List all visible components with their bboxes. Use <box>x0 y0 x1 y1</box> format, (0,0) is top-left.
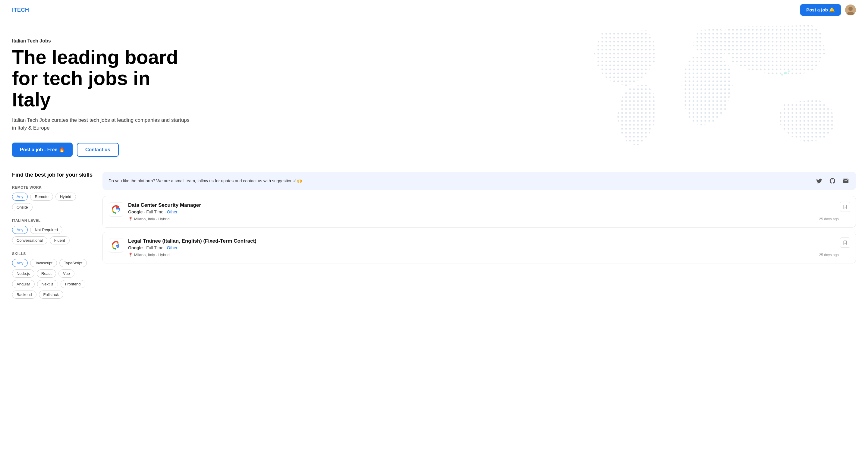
sidebar: Find the best job for your skills REMOTE… <box>12 169 102 306</box>
job-category: Other <box>167 210 178 214</box>
job-location-text: Milano, Italy · Hybrid <box>134 253 170 257</box>
svg-rect-15 <box>775 98 838 146</box>
skill-frontend[interactable]: Frontend <box>61 280 85 288</box>
remote-work-filter: REMOTE WORK Any Remote Hybrid Onsite <box>12 185 93 211</box>
skill-vue[interactable]: Vue <box>59 270 74 278</box>
post-job-free-button[interactable]: Post a job - Free 🔥 <box>12 142 73 157</box>
company-logo <box>109 202 123 217</box>
job-title: Legal Trainee (Italian, English) (Fixed-… <box>128 238 849 244</box>
job-info: Data Center Security Manager Google · Fu… <box>128 202 849 221</box>
banner-text: Do you like the platform? We are a small… <box>108 179 811 183</box>
hero-description: Italian Tech Jobs curates the best tech … <box>12 116 193 132</box>
job-company: Google <box>128 210 143 214</box>
company-logo <box>109 238 123 253</box>
skill-fullstack[interactable]: Fullstack <box>39 290 63 299</box>
skill-angular[interactable]: Angular <box>12 280 35 288</box>
svg-rect-11 <box>614 83 663 149</box>
platform-banner: Do you like the platform? We are a small… <box>102 172 856 190</box>
job-title: Data Center Security Manager <box>128 202 849 208</box>
job-location-text: Milano, Italy · Hybrid <box>134 217 170 221</box>
banner-social-icons <box>815 177 850 185</box>
skills-label: SKILLS <box>12 252 93 256</box>
location-pin-icon: 📍 <box>128 253 133 257</box>
italian-conversational[interactable]: Conversational <box>12 236 47 245</box>
github-icon[interactable] <box>828 177 837 185</box>
job-location: 📍 Milano, Italy · Hybrid <box>128 217 849 221</box>
avatar[interactable] <box>845 4 856 15</box>
bookmark-button[interactable] <box>840 238 850 248</box>
svg-rect-14 <box>719 24 825 80</box>
navbar: ITECH Post a job 🔔 <box>0 0 868 20</box>
job-time-ago: 25 days ago <box>819 253 839 257</box>
skill-nodejs[interactable]: Node.js <box>12 270 34 278</box>
italian-not-required[interactable]: Not Required <box>30 226 62 234</box>
logo[interactable]: ITECH <box>12 7 29 13</box>
contact-us-button[interactable]: Contact us <box>77 143 119 157</box>
remote-work-any[interactable]: Any <box>12 193 28 201</box>
skill-typescript[interactable]: TypeScript <box>59 259 87 267</box>
hero-buttons: Post a job - Free 🔥 Contact us <box>12 142 193 157</box>
job-card[interactable]: Legal Trainee (Italian, English) (Fixed-… <box>102 232 856 263</box>
world-map-decoration <box>579 20 868 159</box>
job-company: Google <box>128 245 143 250</box>
italian-level-tags: Any Not Required Conversational Fluent <box>12 226 93 245</box>
job-type: Full Time <box>146 210 163 214</box>
job-time-ago: 25 days ago <box>819 217 839 221</box>
job-feed: Do you like the platform? We are a small… <box>102 169 856 267</box>
job-type: Full Time <box>146 245 163 250</box>
navbar-right: Post a job 🔔 <box>800 4 856 16</box>
skills-tags: Any Javascript TypeScript Node.js React … <box>12 259 93 299</box>
remote-work-hybrid[interactable]: Hybrid <box>56 193 76 201</box>
mail-icon[interactable] <box>841 177 850 185</box>
hero-title: The leading board for tech jobs in Italy <box>12 47 193 110</box>
hero-section: Italian Tech Jobs The leading board for … <box>0 20 868 169</box>
remote-work-onsite[interactable]: Onsite <box>12 203 33 211</box>
job-category: Other <box>167 245 178 250</box>
italian-any[interactable]: Any <box>12 226 28 234</box>
skill-react[interactable]: React <box>37 270 56 278</box>
skill-nextjs[interactable]: Next.js <box>37 280 58 288</box>
italian-level-filter: ITALIAN LEVEL Any Not Required Conversat… <box>12 219 93 245</box>
svg-rect-13 <box>680 53 736 129</box>
post-job-button[interactable]: Post a job 🔔 <box>800 4 841 16</box>
italian-level-label: ITALIAN LEVEL <box>12 219 93 223</box>
job-meta: Google · Full Time · Other <box>128 245 849 250</box>
italian-fluent[interactable]: Fluent <box>50 236 70 245</box>
remote-work-tags: Any Remote Hybrid Onsite <box>12 193 93 211</box>
svg-point-18 <box>781 73 783 76</box>
remote-work-label: REMOTE WORK <box>12 185 93 190</box>
bookmark-button[interactable] <box>840 202 850 212</box>
svg-rect-10 <box>591 27 663 93</box>
location-pin-icon: 📍 <box>128 217 133 221</box>
job-location: 📍 Milano, Italy · Hybrid <box>128 253 849 257</box>
skill-javascript[interactable]: Javascript <box>30 259 57 267</box>
job-info: Legal Trainee (Italian, English) (Fixed-… <box>128 238 849 257</box>
skills-filter: SKILLS Any Javascript TypeScript Node.js… <box>12 252 93 299</box>
skill-backend[interactable]: Backend <box>12 290 36 299</box>
twitter-icon[interactable] <box>815 177 824 185</box>
svg-point-17 <box>788 70 790 72</box>
sidebar-title: Find the best job for your skills <box>12 172 93 178</box>
job-card[interactable]: Data Center Security Manager Google · Fu… <box>102 196 856 227</box>
skill-any[interactable]: Any <box>12 259 28 267</box>
hero-subtitle: Italian Tech Jobs <box>12 38 193 44</box>
svg-point-1 <box>848 7 852 11</box>
main-layout: Find the best job for your skills REMOTE… <box>0 169 868 306</box>
hero-content: Italian Tech Jobs The leading board for … <box>12 38 193 157</box>
remote-work-remote[interactable]: Remote <box>30 193 53 201</box>
svg-point-16 <box>784 72 787 74</box>
job-meta: Google · Full Time · Other <box>128 210 849 214</box>
